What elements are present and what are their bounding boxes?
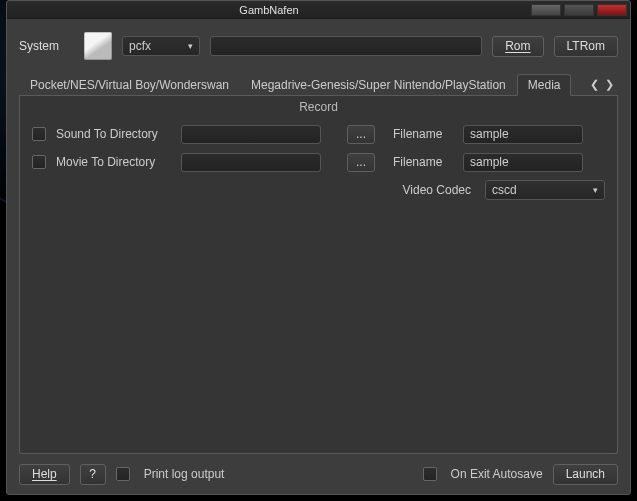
system-row: System pcfx ▾ Rom LTRom <box>19 29 618 63</box>
footer: Help ? Print log output On Exit Autosave… <box>19 462 618 486</box>
tab-left-arrow-icon[interactable]: ❮ <box>590 78 599 91</box>
sound-filename-label: Filename <box>393 127 453 141</box>
ltrom-button[interactable]: LTRom <box>554 36 618 57</box>
codec-select[interactable]: cscd ▾ <box>485 180 605 200</box>
record-title: Record <box>32 100 605 114</box>
sound-row: Sound To Directory ... Filename <box>32 120 605 148</box>
sound-dir-input[interactable] <box>181 125 321 144</box>
rom-path-field[interactable] <box>210 36 482 56</box>
tab-megadrive-snes[interactable]: Megadrive-Genesis/Super Nintendo/PlaySta… <box>240 74 517 95</box>
media-panel: Record Sound To Directory ... Filename M… <box>19 96 618 454</box>
titlebar: GambNafen <box>7 1 630 19</box>
window-title: GambNafen <box>7 4 531 16</box>
codec-row: Video Codec cscd ▾ <box>32 176 605 204</box>
chevron-down-icon: ▾ <box>593 185 598 195</box>
minimize-button[interactable] <box>531 4 561 16</box>
movie-filename-input[interactable] <box>463 153 583 172</box>
codec-select-value: cscd <box>492 183 517 197</box>
system-label: System <box>19 39 74 53</box>
movie-label: Movie To Directory <box>56 155 171 169</box>
movie-row: Movie To Directory ... Filename <box>32 148 605 176</box>
autosave-label: On Exit Autosave <box>451 467 543 481</box>
sound-filename-input[interactable] <box>463 125 583 144</box>
chevron-down-icon: ▾ <box>188 41 193 51</box>
movie-browse-button[interactable]: ... <box>347 153 375 172</box>
help-q-button[interactable]: ? <box>80 464 106 485</box>
movie-filename-label: Filename <box>393 155 453 169</box>
system-icon <box>84 32 112 60</box>
movie-dir-input[interactable] <box>181 153 321 172</box>
print-log-label: Print log output <box>144 467 225 481</box>
help-button[interactable]: Help <box>19 464 70 485</box>
sound-browse-button[interactable]: ... <box>347 125 375 144</box>
system-select[interactable]: pcfx ▾ <box>122 36 200 56</box>
rom-button[interactable]: Rom <box>492 36 543 57</box>
content-area: System pcfx ▾ Rom LTRom Pocket/NES/Virtu… <box>7 19 630 494</box>
sound-checkbox[interactable] <box>32 127 46 141</box>
system-select-value: pcfx <box>129 39 151 53</box>
tab-pocket-nes[interactable]: Pocket/NES/Virtual Boy/Wonderswan <box>19 74 240 95</box>
close-button[interactable] <box>597 4 627 16</box>
tab-right-arrow-icon[interactable]: ❯ <box>605 78 614 91</box>
tab-media[interactable]: Media <box>517 74 572 96</box>
autosave-checkbox[interactable] <box>423 467 437 481</box>
maximize-button[interactable] <box>564 4 594 16</box>
tab-scroll-arrows: ❮ ❯ <box>590 78 618 91</box>
print-log-checkbox[interactable] <box>116 467 130 481</box>
launch-button[interactable]: Launch <box>553 464 618 485</box>
codec-label: Video Codec <box>403 183 472 197</box>
sound-label: Sound To Directory <box>56 127 171 141</box>
movie-checkbox[interactable] <box>32 155 46 169</box>
main-window: GambNafen System pcfx ▾ Rom LTRom Pocket… <box>6 0 631 495</box>
tab-row: Pocket/NES/Virtual Boy/Wonderswan Megadr… <box>19 73 618 95</box>
